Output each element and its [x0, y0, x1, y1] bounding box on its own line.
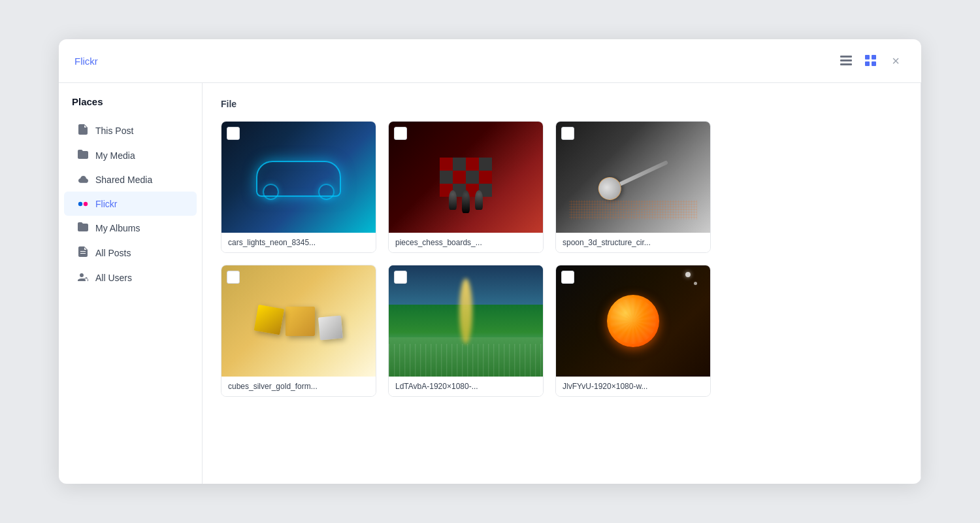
- modal-body: Places This Post My Media Shared Media: [59, 83, 921, 484]
- flickr-icon: [77, 198, 89, 209]
- media-card-waterfall[interactable]: LdTAvbA-1920×1080-...: [388, 265, 544, 397]
- media-label-chess: pieces_chess_boards_...: [389, 233, 543, 252]
- cloud-icon: [77, 174, 89, 185]
- media-card-spoon[interactable]: spoon_3d_structure_cir...: [555, 121, 711, 253]
- sidebar-item-label: My Media: [95, 150, 135, 161]
- sidebar-item-label: Flickr: [95, 199, 117, 209]
- media-label-cars: cars_lights_neon_8345...: [221, 233, 376, 252]
- users-icon: [77, 272, 89, 283]
- media-card-cars[interactable]: cars_lights_neon_8345...: [221, 121, 376, 253]
- header-icons: ×: [836, 51, 906, 71]
- svg-rect-3: [865, 55, 870, 59]
- sidebar-item-label: All Users: [95, 273, 132, 283]
- media-image-chess: [389, 122, 543, 233]
- media-label-orange: JlvFYvU-1920×1080-w...: [556, 377, 710, 396]
- media-card-cubes[interactable]: cubes_silver_gold_form...: [221, 265, 376, 397]
- media-checkbox-spoon[interactable]: [561, 127, 574, 140]
- document-icon: [77, 124, 89, 137]
- svg-rect-4: [872, 55, 876, 59]
- sidebar: Places This Post My Media Shared Media: [59, 83, 203, 484]
- media-image-cubes: [221, 265, 376, 377]
- media-label-waterfall: LdTAvbA-1920×1080-...: [389, 377, 543, 396]
- media-checkbox-cars[interactable]: [227, 127, 240, 140]
- sidebar-item-label: This Post: [95, 126, 133, 136]
- svg-rect-0: [840, 56, 852, 58]
- grid-view-button[interactable]: [861, 51, 881, 71]
- close-button[interactable]: ×: [886, 51, 906, 71]
- list-view-button[interactable]: [836, 51, 856, 71]
- svg-point-7: [78, 202, 82, 206]
- modal-header: Flickr ×: [59, 39, 921, 83]
- folder-icon: [77, 150, 89, 161]
- sidebar-item-my-media[interactable]: My Media: [64, 143, 197, 167]
- svg-rect-6: [872, 61, 876, 66]
- media-grid: cars_lights_neon_8345...: [221, 121, 711, 397]
- media-checkbox-chess[interactable]: [394, 127, 407, 140]
- sidebar-item-this-post[interactable]: This Post: [64, 118, 197, 143]
- modal-title: Flickr: [74, 56, 828, 67]
- albums-folder-icon: [77, 222, 89, 233]
- right-panel: [921, 83, 921, 484]
- sidebar-item-all-posts[interactable]: All Posts: [64, 240, 197, 265]
- posts-icon: [77, 246, 89, 259]
- media-image-cars: [221, 122, 376, 233]
- sidebar-item-flickr[interactable]: Flickr: [64, 192, 197, 216]
- media-card-chess[interactable]: pieces_chess_boards_...: [388, 121, 544, 253]
- media-checkbox-orange[interactable]: [561, 271, 574, 284]
- svg-point-8: [84, 202, 88, 206]
- svg-rect-5: [865, 61, 870, 66]
- media-image-waterfall: [389, 265, 543, 377]
- media-checkbox-cubes[interactable]: [227, 271, 240, 284]
- media-label-spoon: spoon_3d_structure_cir...: [556, 233, 710, 252]
- close-icon: ×: [892, 54, 900, 69]
- main-content: File cars_lights_neon: [203, 83, 921, 484]
- media-label-cubes: cubes_silver_gold_form...: [221, 377, 376, 396]
- svg-rect-1: [840, 59, 852, 61]
- media-modal: Flickr ×: [59, 39, 921, 484]
- sidebar-item-label: My Albums: [95, 223, 140, 233]
- sidebar-item-label: Shared Media: [95, 175, 152, 185]
- media-image-spoon: [556, 122, 710, 233]
- media-image-orange: [556, 265, 710, 377]
- sidebar-item-label: All Posts: [95, 248, 131, 258]
- media-checkbox-waterfall[interactable]: [394, 271, 407, 284]
- media-card-orange[interactable]: JlvFYvU-1920×1080-w...: [555, 265, 711, 397]
- svg-rect-2: [840, 63, 852, 65]
- sidebar-item-all-users[interactable]: All Users: [64, 265, 197, 290]
- sidebar-title: Places: [59, 96, 202, 118]
- sidebar-item-my-albums[interactable]: My Albums: [64, 216, 197, 240]
- sidebar-item-shared-media[interactable]: Shared Media: [64, 167, 197, 192]
- section-title: File: [221, 99, 902, 109]
